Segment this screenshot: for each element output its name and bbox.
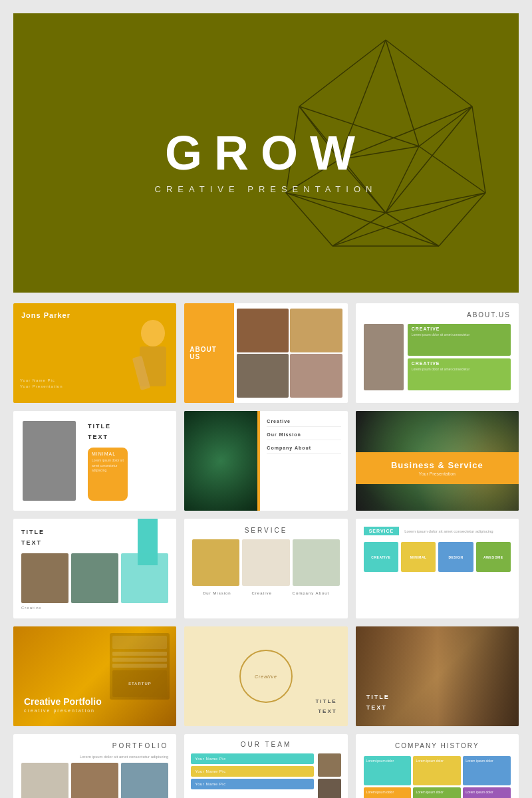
history-cell-4: Lorem ipsum dolor [364, 787, 412, 799]
circular-inner-text: Creative [255, 674, 277, 679]
svg-line-6 [386, 106, 472, 213]
slide-plant-mission[interactable]: Creative Our Mission Company About [184, 411, 347, 511]
slides-grid: Jons Parker Your Name PicYour Presentati… [0, 303, 532, 798]
history-cell-2: Lorem ipsum dolor [413, 756, 461, 785]
circular-label: TITLETEXT [315, 697, 336, 716]
about-img-1 [237, 309, 289, 352]
plant-item-2: Our Mission [267, 432, 340, 440]
slide-about-us[interactable]: ABOUT US [184, 303, 347, 403]
portfolio-img-2 [71, 763, 118, 798]
slide-service-boxes[interactable]: SERVICE Lorem ipsum dolor sit amet conse… [356, 519, 519, 618]
title-text-label: TITLETEXT [88, 421, 167, 442]
servicebox-box-2: MINIMAL [401, 542, 436, 572]
aboutus-photo [364, 324, 404, 390]
portfolio-img-1 [21, 763, 68, 798]
history-cell-3: Lorem ipsum dolor [463, 756, 511, 785]
business-sub: Your Presentation [366, 471, 508, 476]
hero-title: GROW [155, 126, 378, 180]
history-cell-5: Lorem ipsum dolor [413, 787, 461, 799]
service-img-1 [192, 539, 239, 586]
servicebox-box-4: AWESOME [476, 542, 511, 572]
service-images [192, 539, 339, 586]
plant-photo [184, 411, 257, 511]
history-cell-6: Lorem ipsum dolor [463, 787, 511, 799]
about-img-3 [237, 354, 289, 398]
portfolio-img-3 [121, 763, 168, 798]
svg-line-4 [472, 106, 485, 193]
slide-aboutus-detail[interactable]: ABOUT.US CREATIVE Lorem ipsum dolor sit … [356, 303, 519, 403]
woman-label: TITLETEXT [366, 692, 390, 713]
slide-service-main[interactable]: SERVICE Our Mission Creative Company Abo… [184, 519, 347, 618]
service-label-2: Creative [251, 591, 271, 595]
about-img-4 [290, 354, 342, 398]
slide-title-text-bw[interactable]: TITLETEXT MINIMAL Lorem ipsum dolor sit … [13, 411, 176, 511]
ourteam-bar-2: Your Name Pic [191, 766, 313, 777]
service-label-1: Our Mission [203, 591, 231, 595]
teal-img-3 [121, 553, 168, 603]
slide-woman-books[interactable]: TITLETEXT [356, 626, 519, 726]
teal-img-2 [71, 553, 118, 603]
slide-jons-parker[interactable]: Jons Parker Your Name PicYour Presentati… [13, 303, 176, 403]
servicebox-boxes: CREATIVE MINIMAL DESIGN AWESOME [364, 542, 511, 572]
plant-item-1: Creative [267, 419, 340, 427]
history-cell-1: Lorem ipsum dolor [364, 756, 412, 785]
slide-creative-portfolio[interactable]: STARTUP Creative Portfolio creative pres… [13, 626, 176, 726]
slide-company-history[interactable]: COMPANY HISTORY Lorem ipsum dolor Lorem … [356, 734, 519, 798]
aboutus-title: ABOUT.US [364, 311, 511, 319]
minimal-label: MINIMAL [92, 452, 124, 456]
teal-creative-label: Creative [21, 606, 168, 610]
aboutus-content: CREATIVE Lorem ipsum dolor sit amet cons… [364, 324, 511, 390]
svg-line-2 [386, 40, 419, 146]
ourteam-bar-1: Your Name Pic [191, 753, 313, 764]
servicebox-box-1: CREATIVE [364, 542, 398, 572]
ourteam-photo-2 [318, 779, 341, 798]
plant-content: Creative Our Mission Company About [260, 411, 347, 511]
slide-title-text-teal[interactable]: TITLETEXT Creative [13, 519, 176, 618]
svg-line-0 [386, 40, 472, 106]
about-us-label-box: ABOUT US [184, 303, 234, 403]
plant-item-3: Company About [267, 446, 340, 454]
aboutus-boxes: CREATIVE Lorem ipsum dolor sit amet cons… [408, 324, 511, 390]
hero-content: GROW CREATIVE PRESENTATION [155, 126, 378, 194]
teal-img-1 [21, 553, 68, 603]
portfolio-title: Creative Portfolio [24, 696, 102, 707]
about-us-label: ABOUT US [190, 346, 229, 360]
servicebox-tag: SERVICE [364, 527, 400, 535]
about-img-2 [290, 309, 342, 352]
svg-line-11 [386, 146, 419, 213]
title-text-content: TITLETEXT MINIMAL Lorem ipsum dolor sit … [82, 421, 167, 501]
svg-point-26 [141, 320, 165, 346]
slide-portfolio-right[interactable]: PORTFOLIO Lorem ipsum dolor sit amet con… [13, 734, 176, 798]
portfolio-right-title: PORTFOLIO [21, 742, 168, 749]
servicebox-desc: Lorem ipsum dolor sit amet consectetur a… [404, 529, 511, 533]
service-labels: Our Mission Creative Company About [192, 591, 339, 595]
aboutus-box-1: CREATIVE Lorem ipsum dolor sit amet cons… [408, 324, 511, 356]
service-img-2 [242, 539, 289, 586]
minimal-box: MINIMAL Lorem ipsum dolor sit amet conse… [88, 448, 128, 501]
slide-circular-title[interactable]: Creative TITLETEXT [184, 626, 347, 726]
service-label-3: Company About [293, 591, 330, 595]
business-title: Business & Service [366, 460, 508, 470]
teal-images [21, 553, 168, 603]
business-banner: Business & Service Your Presentation [356, 452, 519, 484]
portfolio-images [21, 763, 168, 798]
portfolio-content: Creative Portfolio creative presentation [24, 696, 102, 713]
circular-decoration: Creative [239, 650, 293, 703]
notebook-graphic: STARTUP [110, 633, 170, 700]
ourteam-bars: Your Name Pic Your Name Pic Your Name Pi… [191, 753, 313, 798]
history-title: COMPANY HISTORY [364, 742, 511, 749]
svg-line-5 [419, 106, 472, 146]
ourteam-photos [318, 753, 341, 798]
aboutus-box-2: CREATIVE Lorem ipsum dolor sit amet cons… [408, 358, 511, 390]
hero-slide: GROW CREATIVE PRESENTATION [13, 13, 519, 293]
ourteam-content: Your Name Pic Your Name Pic Your Name Pi… [191, 753, 340, 798]
ourteam-bar-3: Your Name Pic [191, 779, 313, 789]
bw-photo [23, 421, 76, 501]
circular-content: Creative TITLETEXT [194, 636, 338, 717]
slide-business-service[interactable]: Business & Service Your Presentation [356, 411, 519, 511]
servicebox-header: SERVICE Lorem ipsum dolor sit amet conse… [364, 527, 511, 535]
slide-our-team[interactable]: OUR TEAM Your Name Pic Your Name Pic You… [184, 734, 347, 798]
servicebox-box-3: DESIGN [438, 542, 473, 572]
hero-subtitle: CREATIVE PRESENTATION [155, 184, 378, 194]
service-title: SERVICE [192, 527, 339, 534]
